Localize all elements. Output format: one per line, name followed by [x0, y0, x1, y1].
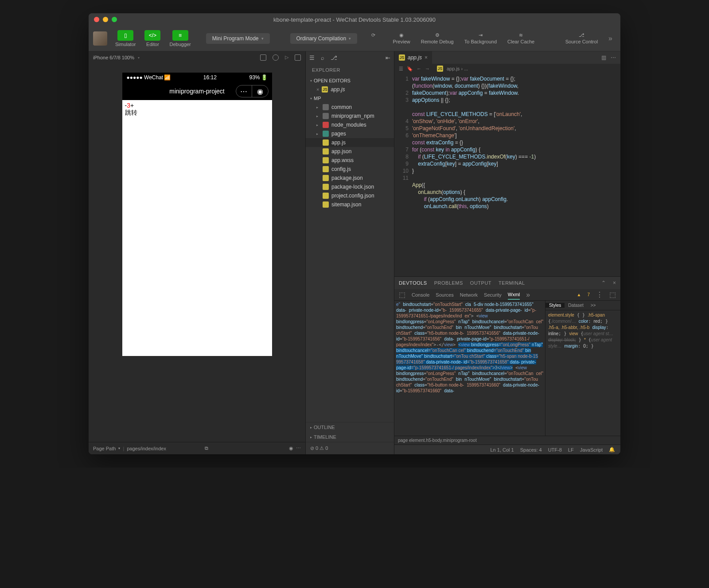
preview-button[interactable]: ◉ Preview — [390, 32, 414, 44]
more-icon[interactable]: ⋯ — [611, 54, 616, 61]
search-icon[interactable]: ⌕ — [321, 54, 324, 61]
back-icon[interactable]: ← — [417, 66, 421, 71]
compile-button[interactable]: ⟳ Compile — [361, 32, 386, 44]
encoding-label[interactable]: UTF-8 — [548, 447, 562, 453]
file-icon — [323, 139, 329, 146]
capsule[interactable]: ⋯ ◉ — [236, 85, 269, 97]
dataset-tab[interactable]: Dataset — [565, 303, 587, 308]
tree-item-miniprogram_npm[interactable]: ▸miniprogram_npm — [306, 112, 394, 120]
more-icon[interactable]: » — [526, 291, 530, 299]
bookmark-icon[interactable]: 🔖 — [407, 66, 413, 72]
outline-section[interactable]: OUTLINE — [306, 422, 394, 432]
styles-body[interactable]: element.style { } .h5-span {./common/… c… — [545, 310, 620, 436]
tree-item-node_modules[interactable]: ▸node_modules — [306, 120, 394, 129]
styles-tab[interactable]: Styles — [545, 303, 565, 308]
more-icon[interactable]: ⋯ — [296, 445, 301, 451]
tree-item-app-json[interactable]: app.json — [306, 147, 394, 156]
list-icon[interactable]: ☰ — [309, 54, 315, 61]
phone-content[interactable]: -3+ 跳转 — [122, 100, 272, 356]
collapse-icon[interactable]: ⇤ — [386, 54, 390, 61]
compilation-dropdown[interactable]: Ordinary Compilation — [290, 33, 358, 44]
code-content[interactable]: var fakeWindow = {};var fakeDocument = {… — [412, 74, 620, 276]
clear-cache-button[interactable]: ≋ Clear Cache — [504, 32, 538, 44]
tab-terminal[interactable]: TERMINAL — [499, 280, 525, 286]
simulator-panel: iPhone 6/7/8 100%▾ ▷ ●●●●● WeChat📶 16:12… — [89, 51, 306, 454]
menu-icon[interactable]: ⋯ — [236, 85, 252, 97]
tree-item-app-js[interactable]: app.js — [306, 138, 394, 147]
tab-problems[interactable]: PROBLEMS — [434, 280, 463, 286]
file-icon — [323, 157, 329, 163]
tree-item-project-config-json[interactable]: project.config.json — [306, 191, 394, 200]
timeline-section[interactable]: TIMELINE — [306, 432, 394, 442]
nav-title: miniprogram-project — [169, 88, 224, 95]
close-icon[interactable]: × — [425, 54, 428, 61]
screenshot-icon[interactable] — [295, 54, 301, 61]
copy-icon[interactable]: ⧉ — [205, 445, 208, 451]
wxml-tree[interactable]: e" bindtouchstart="onTouchStart" cla 5-d… — [394, 301, 545, 436]
element-path[interactable]: page element.h5-body.miniprogram-root — [398, 438, 477, 443]
language-label[interactable]: JavaScript — [580, 447, 603, 453]
tree-item-package-lock-json[interactable]: package-lock.json — [306, 182, 394, 191]
zoom-icon[interactable] — [112, 17, 117, 22]
sub-console[interactable]: Console — [412, 292, 429, 298]
phone-status-bar: ●●●●● WeChat📶 16:12 93%🔋 — [122, 73, 272, 82]
open-editors-section[interactable]: OPEN EDITORS — [306, 76, 394, 85]
branch-icon[interactable]: ⎇ — [331, 54, 337, 61]
mode-dropdown[interactable]: Mini Program Mode — [206, 33, 270, 44]
eol-label[interactable]: LF — [568, 447, 574, 453]
remote-debug-button[interactable]: ⚙ Remote Debug — [417, 32, 457, 44]
warn-icon[interactable]: ▲ — [577, 292, 581, 297]
split-icon[interactable]: ▥ — [601, 54, 606, 61]
close-icon[interactable]: ◉ — [252, 85, 268, 97]
dock-icon[interactable]: ⬚ — [609, 290, 616, 299]
debugger-button[interactable]: ≡ Debugger — [167, 30, 193, 47]
inspect-icon[interactable]: ⬚ — [399, 290, 405, 299]
code-editor[interactable]: 1234567891011 var fakeWindow = {};var fa… — [394, 74, 620, 276]
problems-count[interactable]: ⊘ 0 ⚠ 0 — [310, 445, 328, 451]
source-control-button[interactable]: ⎇ Source Control — [562, 32, 601, 44]
page-path-input[interactable] — [127, 446, 202, 451]
tree-item-sitemap-json[interactable]: sitemap.json — [306, 200, 394, 209]
editor-button[interactable]: </> Editor — [142, 30, 163, 47]
tab-devtools[interactable]: DEVTOOLS — [399, 280, 427, 286]
line-gutter: 1234567891011 — [394, 74, 412, 276]
tab-appjs[interactable]: JS app.js × — [394, 51, 432, 64]
eye-icon[interactable]: ◉ — [289, 445, 293, 451]
indent-label[interactable]: Spaces: 4 — [520, 447, 542, 453]
rotate-icon[interactable] — [260, 54, 266, 61]
sub-sources[interactable]: Sources — [436, 292, 453, 298]
close-icon[interactable]: × — [316, 87, 319, 92]
bell-icon[interactable]: 🔔 — [609, 447, 615, 453]
sub-security[interactable]: Security — [484, 292, 502, 298]
simulator-button[interactable]: ▯ Simulator — [113, 30, 138, 47]
file-icon — [323, 113, 329, 119]
avatar[interactable] — [93, 31, 107, 46]
more-tab[interactable]: >> — [587, 303, 600, 308]
sub-wxml[interactable]: Wxml — [508, 292, 520, 300]
tree-item-config-js[interactable]: config.js — [306, 165, 394, 174]
explorer-title: EXPLORER — [306, 64, 394, 76]
forward-icon[interactable]: → — [425, 66, 430, 71]
more-icon[interactable]: » — [605, 35, 616, 43]
sub-network[interactable]: Network — [460, 292, 478, 298]
chevron-up-icon[interactable]: ⌃ — [601, 280, 606, 286]
settings-icon[interactable]: ⋮ — [596, 290, 603, 299]
close-icon[interactable]: × — [613, 280, 616, 286]
mute-icon[interactable]: ▷ — [285, 54, 288, 61]
plus-button[interactable]: + — [130, 102, 134, 109]
navigate-link[interactable]: 跳转 — [125, 109, 269, 117]
record-icon[interactable] — [273, 54, 279, 61]
menu-icon[interactable]: ☰ — [399, 66, 403, 72]
device-selector[interactable]: iPhone 6/7/8 100% — [93, 55, 134, 60]
open-editor-file[interactable]: × JS app.js — [306, 85, 394, 94]
project-root[interactable]: MP — [306, 94, 394, 103]
tree-item-app-wxss[interactable]: app.wxss — [306, 156, 394, 165]
cursor-position[interactable]: Ln 1, Col 1 — [491, 447, 514, 453]
tab-output[interactable]: OUTPUT — [470, 280, 491, 286]
tree-item-pages[interactable]: ▸pages — [306, 129, 394, 138]
close-icon[interactable] — [94, 17, 99, 22]
minimize-icon[interactable] — [103, 17, 108, 22]
tree-item-package-json[interactable]: package.json — [306, 174, 394, 182]
tree-item-common[interactable]: ▸common — [306, 103, 394, 112]
background-button[interactable]: ⇥ To Background — [461, 32, 500, 44]
